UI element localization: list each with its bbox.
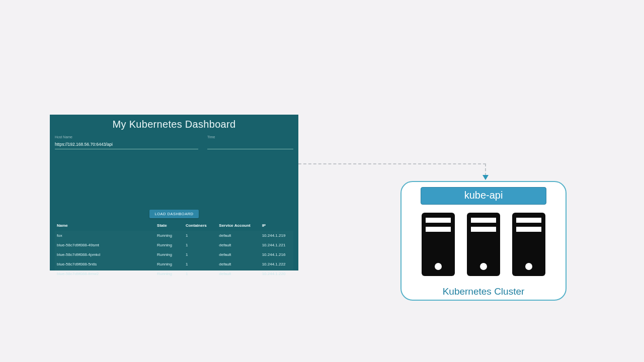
dashboard-panel: My Kubernetes Dashboard Host Name Time L… [50,115,298,270]
input-row: Host Name Time [50,135,298,149]
cell-containers: 1 [184,250,217,259]
connector-vertical [485,163,486,176]
server-slot-icon [471,227,496,232]
time-field-wrap: Time [207,135,293,149]
server-slot-icon [516,218,541,223]
cell-service_account: default [217,231,260,240]
cell-state: Running [155,259,184,269]
load-dashboard-button[interactable]: LOAD DASHBOARD [149,210,198,218]
cell-ip: 10.244.1.220 [260,269,293,279]
dashboard-title: My Kubernetes Dashboard [50,115,298,135]
cell-service_account: default [217,259,260,269]
server-node-icon [422,213,455,276]
time-input[interactable] [207,140,293,149]
table-row[interactable]: blue-58c7d9f088-49smtRunning1default10.2… [55,240,293,250]
server-led-icon [435,263,442,270]
table-row[interactable]: blue-58c7d9f088-5ntlsRunning1default10.2… [55,259,293,269]
cell-service_account: default [217,240,260,250]
server-slot-icon [426,218,451,223]
server-slot-icon [471,218,496,223]
col-ip: IP [260,221,293,231]
cell-name: blue-58c7d9f088-4pmkd [55,250,155,259]
time-label: Time [207,135,293,139]
cell-state: Running [155,240,184,250]
load-row: LOAD DASHBOARD [50,210,298,218]
cell-state: Running [155,250,184,259]
cell-state: Running [155,269,184,279]
cell-ip: 10.244.1.216 [260,250,293,259]
table-header-row: Name State Containers Service Account IP [55,221,293,231]
table-row[interactable]: blue-58c7d9f088-4pmkdRunning1default10.2… [55,250,293,259]
cell-ip: 10.244.1.219 [260,231,293,240]
server-slot-icon [426,227,451,232]
server-node-icon [467,213,500,276]
pods-table: Name State Containers Service Account IP… [55,221,293,279]
server-led-icon [525,263,532,270]
col-service-account: Service Account [217,221,260,231]
cell-name: blue-58c7d9f088-ltmw2 [55,269,155,279]
cell-name: blue-58c7d9f088-5ntls [55,259,155,269]
host-input[interactable] [55,140,198,149]
server-node-icon [512,213,545,276]
cell-containers: 1 [184,240,217,250]
table-row[interactable]: foxRunning1default10.244.1.219 [55,231,293,240]
cluster-card: kube-api Kubernetes Cluster [400,181,567,301]
cell-name: fox [55,231,155,240]
host-field-wrap: Host Name [55,135,198,149]
cell-ip: 10.244.1.222 [260,259,293,269]
cell-state: Running [155,231,184,240]
connector-horizontal [298,163,486,164]
cell-service_account: default [217,250,260,259]
cell-service_account: default [217,269,260,279]
server-slot-icon [516,227,541,232]
col-name: Name [55,221,155,231]
cell-ip: 10.244.1.221 [260,240,293,250]
cell-containers: 1 [184,259,217,269]
cell-name: blue-58c7d9f088-49smt [55,240,155,250]
col-containers: Containers [184,221,217,231]
kube-api-bar: kube-api [421,187,546,205]
cluster-caption: Kubernetes Cluster [443,286,525,297]
server-led-icon [480,263,487,270]
table-row[interactable]: blue-58c7d9f088-ltmw2Running1default10.2… [55,269,293,279]
arrow-down-icon [482,175,489,180]
col-state: State [155,221,184,231]
cell-containers: 1 [184,269,217,279]
cluster-nodes [422,213,545,276]
cell-containers: 1 [184,231,217,240]
host-label: Host Name [55,135,198,139]
